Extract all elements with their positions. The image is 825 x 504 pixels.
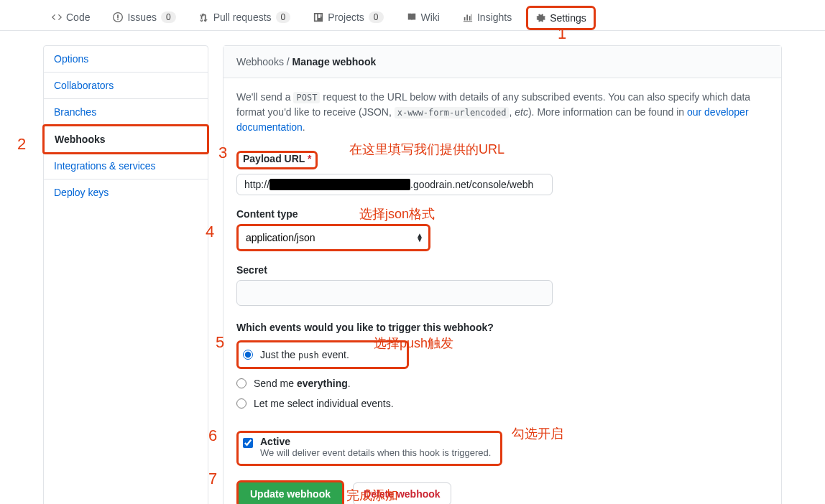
content-type-label: Content type	[236, 208, 768, 220]
breadcrumb-root[interactable]: Webhooks	[236, 56, 284, 67]
intro-text: We'll send a POST request to the URL bel…	[236, 90, 768, 135]
sidebar-item-branches[interactable]: Branches	[44, 99, 208, 126]
payload-url-label: Payload URL *	[236, 151, 318, 169]
pr-icon	[199, 12, 209, 22]
sidebar-item-options[interactable]: Options	[44, 46, 208, 73]
repo-nav: Code Issues 0 Pull requests 0 Projects 0…	[0, 0, 825, 31]
tab-projects[interactable]: Projects 0	[305, 6, 392, 30]
projects-count: 0	[369, 11, 384, 23]
tab-code[interactable]: Code	[43, 6, 98, 30]
issues-count: 0	[161, 11, 176, 23]
tab-wiki[interactable]: Wiki	[398, 6, 448, 30]
main-panel: Webhooks / Manage webhook We'll send a P…	[223, 45, 782, 504]
radio-select-events[interactable]	[236, 398, 246, 409]
project-icon	[313, 12, 323, 22]
graph-icon	[463, 12, 473, 22]
active-checkbox[interactable]	[243, 438, 253, 448]
issue-icon	[113, 12, 123, 22]
gear-icon	[535, 13, 545, 23]
book-icon	[407, 12, 417, 22]
tab-insights[interactable]: Insights	[454, 6, 520, 30]
tab-label: Projects	[328, 11, 364, 23]
active-help: We will deliver event details when this …	[260, 447, 491, 458]
sidebar-item-collaborators[interactable]: Collaborators	[44, 73, 208, 99]
active-label: Active	[260, 436, 491, 447]
breadcrumb-current: Manage webhook	[292, 56, 377, 67]
tab-label: Pull requests	[213, 11, 272, 23]
content-type-select[interactable]: application/json	[236, 224, 430, 251]
tab-label: Settings	[550, 12, 586, 24]
delete-webhook-button[interactable]: Delete webhook	[353, 482, 451, 504]
radio-push-label: Just the push event.	[260, 349, 349, 360]
breadcrumb: Webhooks / Manage webhook	[223, 46, 781, 78]
secret-label: Secret	[236, 264, 768, 276]
radio-select-label: Let me select individual events.	[254, 398, 394, 409]
payload-url-input[interactable]: http://xxxxxxxxxxxxxxxxxxxxxxxxxxxx.good…	[236, 174, 553, 195]
events-heading: Which events would you like to trigger t…	[236, 322, 768, 333]
code-icon	[52, 12, 62, 22]
radio-push-event[interactable]	[243, 350, 253, 360]
sidebar-item-integrations[interactable]: Integrations & services	[44, 153, 208, 179]
redacted-url-part: xxxxxxxxxxxxxxxxxxxxxxxxxxxx	[269, 179, 410, 190]
tab-label: Issues	[127, 11, 156, 23]
tab-label: Code	[66, 11, 90, 23]
radio-everything[interactable]	[236, 378, 246, 388]
tab-issues[interactable]: Issues 0	[104, 6, 184, 30]
radio-everything-label: Send me everything.	[254, 378, 351, 389]
tab-label: Insights	[477, 11, 512, 23]
settings-sidebar: Options Collaborators Branches Webhooks …	[43, 45, 208, 504]
tab-settings[interactable]: Settings	[526, 6, 596, 30]
secret-input[interactable]	[236, 280, 553, 306]
sidebar-item-webhooks[interactable]: Webhooks	[42, 124, 209, 154]
tab-label: Wiki	[421, 11, 440, 23]
active-row: Active We will deliver event details whe…	[236, 431, 502, 466]
prs-count: 0	[276, 11, 291, 23]
update-webhook-button[interactable]: Update webhook	[236, 480, 344, 504]
tab-pull-requests[interactable]: Pull requests 0	[190, 6, 300, 30]
sidebar-item-deploy-keys[interactable]: Deploy keys	[44, 179, 208, 205]
